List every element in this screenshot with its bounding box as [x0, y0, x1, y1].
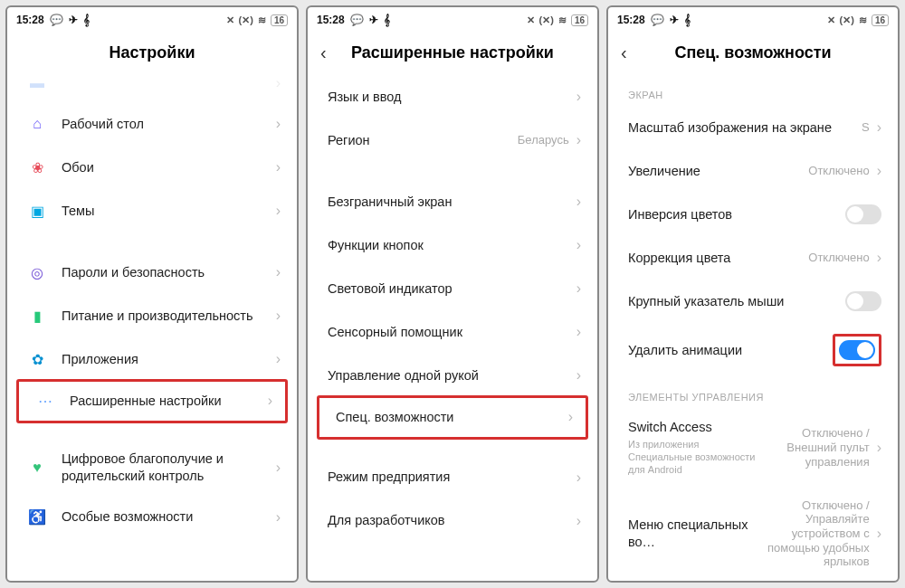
settings-item[interactable]: ⌂Рабочий стол›: [11, 102, 293, 146]
chevron-right-icon: ›: [576, 469, 581, 486]
settings-item[interactable]: Режим предприятия›: [311, 456, 594, 499]
chevron-right-icon: ›: [576, 513, 581, 529]
settings-item[interactable]: ◎Пароли и безопасность›: [11, 251, 293, 294]
section-screen: ЭКРАН: [612, 75, 894, 106]
item-label: Световой индикатор: [328, 280, 576, 298]
send-icon: ✈: [69, 14, 78, 26]
item-label: Удалить анимации: [628, 342, 833, 359]
item-value: Отключено / Внешний пульт управления: [761, 426, 870, 469]
toggle-switch[interactable]: [845, 204, 881, 224]
chat-icon: 💬: [350, 14, 364, 26]
settings-item[interactable]: ▮Питание и производительность›: [11, 294, 293, 337]
settings-item[interactable]: ♥Цифровое благополучие и родительский ко…: [11, 440, 293, 496]
settings-item[interactable]: ▣Темы›: [11, 189, 293, 232]
toggle-switch[interactable]: [845, 291, 881, 311]
chevron-right-icon: ›: [276, 264, 281, 280]
settings-item[interactable]: ❀Обои›: [11, 146, 293, 189]
toggle-highlight: [833, 334, 881, 366]
battery-pct: 16: [571, 14, 588, 26]
chevron-right-icon: ›: [877, 526, 881, 542]
settings-item[interactable]: Спец. возможности›: [317, 395, 588, 440]
item-label: Функции кнопок: [328, 237, 576, 254]
settings-item[interactable]: Управление одной рукой›: [311, 354, 594, 397]
chevron-right-icon: ›: [576, 194, 581, 210]
chevron-right-icon: ›: [877, 440, 881, 456]
item-value: Отключено: [808, 164, 869, 178]
settings-item[interactable]: Удалить анимации: [612, 323, 894, 377]
item-value: Отключено / Управляйте устройством с пом…: [761, 498, 870, 569]
settings-item[interactable]: ⋯Расширенные настройки›: [16, 379, 288, 423]
chevron-right-icon: ›: [576, 367, 581, 384]
chevron-right-icon: ›: [276, 116, 281, 132]
chevron-right-icon: ›: [576, 89, 581, 105]
status-time: 15:28: [317, 14, 345, 26]
settings-item[interactable]: ♿Особые возможности›: [11, 496, 293, 539]
settings-item[interactable]: Язык и ввод›: [311, 75, 594, 119]
chevron-right-icon: ›: [276, 509, 281, 526]
settings-item[interactable]: Switch AccessИз приложения Специальные в…: [612, 408, 894, 488]
chevron-right-icon: ›: [276, 308, 281, 324]
item-value: Беларусь: [518, 133, 569, 147]
chevron-right-icon: ›: [576, 132, 581, 148]
item-value: Отключено: [808, 251, 869, 265]
item-label: Обои: [62, 159, 276, 176]
screen-accessibility: 15:28 💬 ✈ 𝄞 ✕ (✕) ≋ 16 ‹ Спец. возможнос…: [606, 5, 900, 583]
chevron-right-icon: ›: [276, 351, 281, 367]
chevron-right-icon: ›: [877, 250, 881, 266]
chevron-right-icon: ›: [576, 280, 581, 297]
header-title: ‹ Расширенные настройки: [308, 33, 597, 75]
item-icon: ▮: [27, 306, 47, 326]
mute-icon: ✕: [527, 14, 535, 26]
music-icon: 𝄞: [684, 14, 691, 26]
settings-item[interactable]: РегионБеларусь›: [311, 119, 594, 162]
back-button[interactable]: ‹: [621, 43, 627, 63]
back-button[interactable]: ‹: [320, 43, 327, 63]
settings-item[interactable]: Световой индикатор›: [311, 267, 594, 310]
item-icon: ✿: [27, 349, 47, 369]
chevron-right-icon: ›: [276, 159, 281, 175]
chat-icon: 💬: [651, 14, 664, 26]
item-label: Темы: [62, 203, 276, 220]
item-label: Switch AccessИз приложения Специальные в…: [628, 419, 761, 477]
wifi-icon: ≋: [558, 14, 567, 26]
settings-item-partial[interactable]: ▬ ›: [11, 75, 293, 102]
settings-item[interactable]: Крупный указатель мыши: [612, 280, 894, 323]
section-controls: ЭЛЕМЕНТЫ УПРАВЛЕНИЯ: [612, 377, 894, 408]
settings-item[interactable]: Масштаб изображения на экранеS›: [612, 106, 894, 149]
settings-item[interactable]: Инверсия цветов: [612, 193, 894, 236]
item-label: Питание и производительность: [62, 308, 276, 325]
item-label: Масштаб изображения на экране: [628, 119, 862, 137]
wifi-icon: ≋: [859, 14, 867, 26]
settings-item[interactable]: УвеличениеОтключено›: [612, 149, 894, 193]
item-label: Рабочий стол: [62, 116, 276, 133]
toggle-switch[interactable]: [839, 340, 875, 360]
settings-item[interactable]: Меню специальных во…Отключено / Управляй…: [612, 488, 894, 580]
chevron-right-icon: ›: [576, 237, 581, 253]
item-label: Режим предприятия: [328, 469, 576, 486]
send-icon: ✈: [369, 14, 378, 26]
item-label: Цифровое благополучие и родительский кон…: [62, 450, 276, 485]
item-label: Спец. возможности: [336, 409, 568, 426]
settings-item[interactable]: ✿Приложения›: [11, 337, 293, 381]
mute-icon: ✕: [226, 14, 234, 26]
settings-item[interactable]: Для разработчиков›: [311, 499, 594, 543]
chevron-right-icon: ›: [276, 75, 281, 91]
settings-item[interactable]: Безграничный экран›: [311, 180, 594, 223]
send-icon: ✈: [670, 14, 679, 26]
item-label: Крупный указатель мыши: [628, 293, 845, 310]
screen-settings: 15:28 💬 ✈ 𝄞 ✕ (✕) ≋ 16 Настройки ▬ › ⌂Ра…: [5, 5, 299, 583]
item-label: Приложения: [62, 351, 276, 368]
item-label: Меню специальных во…: [628, 517, 761, 551]
chevron-right-icon: ›: [576, 324, 581, 340]
settings-item[interactable]: Сенсорный помощник›: [311, 310, 594, 354]
status-time: 15:28: [617, 14, 645, 26]
item-label: Пароли и безопасность: [62, 264, 276, 281]
item-label: Язык и ввод: [328, 89, 576, 106]
item-icon: ▣: [27, 201, 47, 221]
chevron-right-icon: ›: [276, 203, 281, 219]
item-label: Безграничный экран: [328, 194, 576, 211]
settings-item[interactable]: Функции кнопок›: [311, 223, 594, 267]
settings-item[interactable]: Коррекция цветаОтключено›: [612, 236, 894, 280]
music-icon: 𝄞: [384, 14, 390, 26]
chevron-right-icon: ›: [877, 119, 881, 136]
